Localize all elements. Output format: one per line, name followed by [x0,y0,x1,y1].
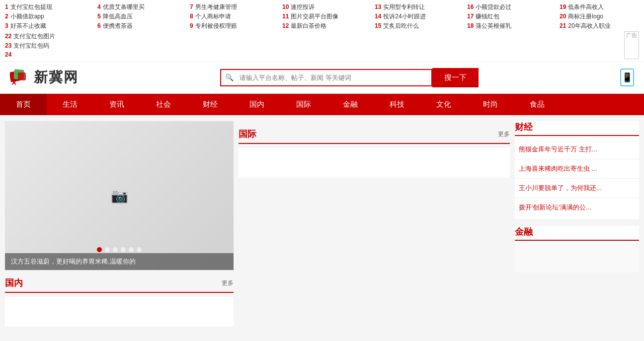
finance-list: 熊猫金库年亏近千万 主打...上海喜来稀肉吃出寄生虫 ...王小川要脱单了，为何… [515,138,639,219]
logo-text: 新冀网 [34,68,79,87]
top-link-item[interactable]: 13实用型专利转让 [375,3,450,11]
finance-title: 财经 [515,121,639,136]
finance-section: 财经 熊猫金库年亏近千万 主打...上海喜来稀肉吃出寄生虫 ...王小川要脱单了… [515,121,639,219]
top-link-item[interactable]: 14投诉24小时跟进 [375,12,450,21]
top-link-item[interactable]: 3好茶不止收藏 [5,22,80,30]
finance-item-3[interactable]: 拨开'创新论坛'满满的公... [515,198,639,217]
phone-icon: 📱 [620,68,634,86]
top-links-col-5: 16小额贷款必过17赚钱红包18蒲公英根催乳 [467,2,547,31]
international-title: 国际 更多 [239,128,510,140]
slider-dots [97,247,142,252]
top-link-item[interactable]: 10速挖投诉 [282,3,358,11]
nav-item-国内[interactable]: 国内 [234,94,280,115]
slider-dot-2[interactable] [113,247,118,252]
top-link-item[interactable]: 7男生考健康管理 [190,3,265,11]
main-nav: 首页生活资讯社会财经国内国际金融科技文化时尚食品 [0,94,644,115]
top-links-col-0: 1支付宝红包提现2小额借款app3好茶不止收藏 [5,2,84,31]
search-button[interactable]: 搜一下 [432,68,479,87]
top-link-item[interactable]: 16小额贷款必过 [467,3,543,11]
nav-item-科技[interactable]: 科技 [374,94,420,115]
slider-dot-0[interactable] [97,247,102,252]
top-link-item[interactable]: 11图片交易平台图像 [282,12,358,21]
top-links-col-6: 19低条件高收入20商标注册logo2120年高收入职业 [560,2,639,31]
top-link-item[interactable]: 2120年高收入职业 [560,22,635,30]
slider[interactable]: 📷 汉方五谷滋蔚，更好喝的养胃米稀,温暖你的 [5,121,234,270]
gold-content [515,243,639,273]
gold-section: 金融 [515,226,639,273]
finance-item-2[interactable]: 王小川要脱单了，为何我还... [515,179,639,198]
header-right: 📱 [620,68,634,86]
slider-dot-3[interactable] [121,247,126,252]
domestic-section: 国内 更多 [5,277,234,327]
slider-dot-1[interactable] [105,247,110,252]
domestic-more[interactable]: 更多 [222,279,234,287]
top-link-item[interactable]: 23支付宝红包码 [5,42,80,50]
slider-caption: 汉方五谷滋蔚，更好喝的养胃米稀,温暖你的 [11,258,136,265]
nav-item-生活[interactable]: 生活 [47,94,93,115]
left-column: 📷 汉方五谷滋蔚，更好喝的养胃米稀,温暖你的 国内 更多 [5,121,234,327]
right-column: 财经 熊猫金库年亏近千万 主打...上海喜来稀肉吃出寄生虫 ...王小川要脱单了… [515,121,639,327]
slider-dot-4[interactable] [129,247,134,252]
top-link-item[interactable]: 24 [5,51,80,58]
main-content: 📷 汉方五谷滋蔚，更好喝的养胃米稀,温暖你的 国内 更多 国际 更多 [0,115,644,333]
finance-item-1[interactable]: 上海喜来稀肉吃出寄生虫 ... [515,159,639,179]
top-link-item[interactable]: 5降低高血压 [97,12,173,21]
top-link-item[interactable]: 20商标注册logo [560,12,635,21]
top-link-item[interactable]: 1支付宝红包提现 [5,3,80,11]
nav-item-时尚[interactable]: 时尚 [467,94,514,115]
logo[interactable]: ✕ 新冀网 [10,68,79,87]
international-divider [239,143,510,144]
top-link-item[interactable]: 8个人商标申请 [190,12,265,21]
top-links-col-4: 13实用型专利转让14投诉24小时跟进15艾炙后吃什么 [375,2,454,31]
top-link-item[interactable]: 15艾炙后吃什么 [375,22,450,30]
nav-item-资讯[interactable]: 资讯 [93,94,140,115]
top-links-col-3: 10速挖投诉11图片交易平台图像12最新白茶价格 [282,2,362,31]
nav-item-社会[interactable]: 社会 [140,94,187,115]
top-link-item[interactable]: 9专利被侵权理赔 [190,22,265,30]
top-link-item[interactable]: 19低条件高收入 [560,3,635,11]
svg-text:✕: ✕ [11,79,17,87]
search-icon: 🔍 [221,73,238,81]
nav-item-金融[interactable]: 金融 [327,94,374,115]
international-more[interactable]: 更多 [498,130,510,138]
nav-item-首页[interactable]: 首页 [0,94,47,115]
search-input[interactable] [238,70,431,85]
logo-icon: ✕ [10,68,32,87]
top-link-item[interactable]: 4优质艾条哪里买 [97,3,173,11]
domestic-title: 国内 更多 [5,277,234,289]
svg-rect-2 [18,72,26,80]
top-links-col-1: 4优质艾条哪里买5降低高血压6便携煮茶器 [97,2,177,31]
nav-item-财经[interactable]: 财经 [187,94,234,115]
search-box: 🔍 [220,69,432,86]
top-links-col-7: 22支付宝红包图片23支付宝红包码24 [5,31,84,59]
gold-title: 金融 [515,226,639,241]
ad-label: 广告 [624,31,639,59]
domestic-content [5,297,234,327]
international-section: 国际 更多 [239,128,510,178]
header: ✕ 新冀网 🔍 搜一下 📱 [0,62,644,94]
search-area: 🔍 搜一下 [220,68,479,87]
nav-item-食品[interactable]: 食品 [514,94,561,115]
top-link-item[interactable]: 22支付宝红包图片 [5,32,80,41]
top-link-item[interactable]: 6便携煮茶器 [97,22,173,30]
nav-item-文化[interactable]: 文化 [420,94,467,115]
top-links-bar: 1支付宝红包提现2小额借款app3好茶不止收藏4优质艾条哪里买5降低高血压6便携… [0,0,644,62]
nav-item-国际[interactable]: 国际 [280,94,327,115]
top-link-item[interactable]: 18蒲公英根催乳 [467,22,543,30]
finance-item-0[interactable]: 熊猫金库年亏近千万 主打... [515,140,639,159]
slider-dot-5[interactable] [137,247,142,252]
international-content [239,148,510,178]
top-link-item[interactable]: 2小额借款app [5,12,80,21]
top-links-col-2: 7男生考健康管理8个人商标申请9专利被侵权理赔 [190,2,269,31]
middle-column: 国际 更多 [239,121,510,327]
top-link-item[interactable]: 17赚钱红包 [467,12,543,21]
domestic-divider [5,292,234,293]
top-link-item[interactable]: 12最新白茶价格 [282,22,358,30]
